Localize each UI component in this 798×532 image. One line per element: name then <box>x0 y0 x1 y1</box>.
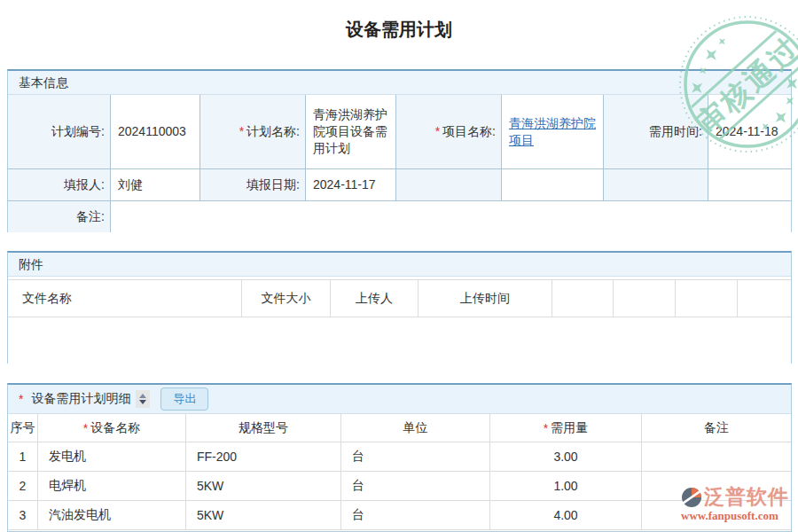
empty-value-cell <box>708 169 791 201</box>
attachments-panel: 附件 文件名称 文件大小 上传人 上传时间 <box>7 251 792 364</box>
empty-label-cell <box>396 169 502 201</box>
attachment-col-uploadtime: 上传时间 <box>419 280 552 317</box>
basic-info-row-2: 填报人: 刘健 填报日期: 2024-11-17 <box>8 169 791 201</box>
row-equipment-name: 电焊机 <box>38 472 186 501</box>
required-mark: * <box>239 123 244 140</box>
row-index: 1 <box>8 442 38 472</box>
detail-col-remark: 备注 <box>642 414 791 442</box>
attachments-empty-body <box>8 317 791 364</box>
empty-value-cell <box>502 169 604 201</box>
sort-down-icon <box>139 400 146 404</box>
plan-no-value: 2024110003 <box>111 95 200 169</box>
required-mark: * <box>83 421 88 435</box>
attachment-col-filesize: 文件大小 <box>242 280 331 317</box>
vendor-logo-icon <box>681 486 702 508</box>
section-header-basic-info: 基本信息 <box>8 71 791 95</box>
row-model: 5KW <box>186 472 341 501</box>
row-equipment-name: 汽油发电机 <box>38 501 186 530</box>
page-title: 设备需用计划 <box>0 18 798 42</box>
row-qty: 1.00 <box>490 472 642 501</box>
basic-info-panel: 基本信息 计划编号: 2024110003 * 计划名称: 青海洪湖养护院项目设… <box>7 69 792 232</box>
row-model: FF-200 <box>186 442 341 472</box>
required-mark: * <box>19 392 23 406</box>
plan-name-label-text: 计划名称: <box>246 123 300 140</box>
row-unit: 台 <box>341 442 490 472</box>
detail-col-equipment-name: * 设备名称 <box>38 414 186 442</box>
attachment-col-filename: 文件名称 <box>8 280 242 317</box>
row-qty: 3.00 <box>490 442 642 472</box>
vendor-brand-text: 泛普软件 <box>704 487 789 507</box>
remark-value <box>111 201 791 232</box>
table-row: 3 汽油发电机 5KW 台 4.00 <box>8 501 791 530</box>
need-time-value: 2024-11-18 <box>708 95 791 169</box>
export-button[interactable]: 导出 <box>160 387 208 411</box>
detail-col-model: 规格型号 <box>186 414 341 442</box>
row-qty: 4.00 <box>490 501 642 530</box>
plan-name-label: * 计划名称: <box>200 95 306 169</box>
row-index: 3 <box>8 501 38 530</box>
detail-col-unit: 单位 <box>341 414 490 442</box>
attachments-header-row: 文件名称 文件大小 上传人 上传时间 <box>8 279 791 317</box>
table-row: 1 发电机 FF-200 台 3.00 <box>8 442 791 472</box>
row-index: 2 <box>8 472 38 501</box>
vendor-url-text: www.fanpusoft.com <box>681 510 789 521</box>
row-unit: 台 <box>341 501 490 530</box>
required-mark: * <box>435 123 440 140</box>
section-header-attachments: 附件 <box>8 253 791 277</box>
attachment-col-empty <box>552 280 614 317</box>
project-name-cell: 青海洪湖养护院项目 <box>502 95 604 169</box>
sort-toggle-icon[interactable] <box>136 390 150 408</box>
plan-no-label: 计划编号: <box>8 95 111 169</box>
row-equipment-name: 发电机 <box>38 442 186 472</box>
project-name-label: * 项目名称: <box>396 95 502 169</box>
row-remark <box>642 442 791 472</box>
filler-label: 填报人: <box>8 169 111 201</box>
fill-date-label: 填报日期: <box>200 169 306 201</box>
detail-header-row: 序号 * 设备名称 规格型号 单位 * 需用量 备注 <box>8 414 791 442</box>
sort-up-icon <box>139 394 146 398</box>
plan-name-value: 青海洪湖养护院项目设备需用计划 <box>306 95 396 169</box>
detail-col-qty: * 需用量 <box>490 414 642 442</box>
filler-value: 刘健 <box>111 169 200 201</box>
row-unit: 台 <box>341 472 490 501</box>
fill-date-value: 2024-11-17 <box>306 169 396 201</box>
project-link[interactable]: 青海洪湖养护院项目 <box>509 115 598 149</box>
remark-label: 备注: <box>8 201 111 232</box>
basic-info-row-3: 备注: <box>8 201 791 232</box>
attachment-col-empty <box>738 280 791 317</box>
attachment-col-empty <box>614 280 676 317</box>
empty-label-cell <box>604 169 708 201</box>
detail-list-title: 设备需用计划明细 <box>31 391 130 407</box>
attachment-col-uploader: 上传人 <box>331 280 419 317</box>
need-time-label: 需用时间: <box>604 95 708 169</box>
basic-info-row-1: 计划编号: 2024110003 * 计划名称: 青海洪湖养护院项目设备需用计划… <box>8 95 791 169</box>
detail-list-panel: * 设备需用计划明细 导出 序号 * 设备名称 规格型号 单位 * 需用量 备注… <box>7 383 792 532</box>
vendor-watermark: 泛普软件 www.fanpusoft.com <box>681 486 789 521</box>
required-mark: * <box>544 421 548 435</box>
table-row: 2 电焊机 5KW 台 1.00 <box>8 472 791 501</box>
detail-list-toolbar: * 设备需用计划明细 导出 <box>8 385 791 414</box>
row-model: 5KW <box>186 501 341 530</box>
project-name-label-text: 项目名称: <box>442 123 496 140</box>
attachment-col-empty <box>676 280 738 317</box>
detail-col-index: 序号 <box>8 414 38 442</box>
